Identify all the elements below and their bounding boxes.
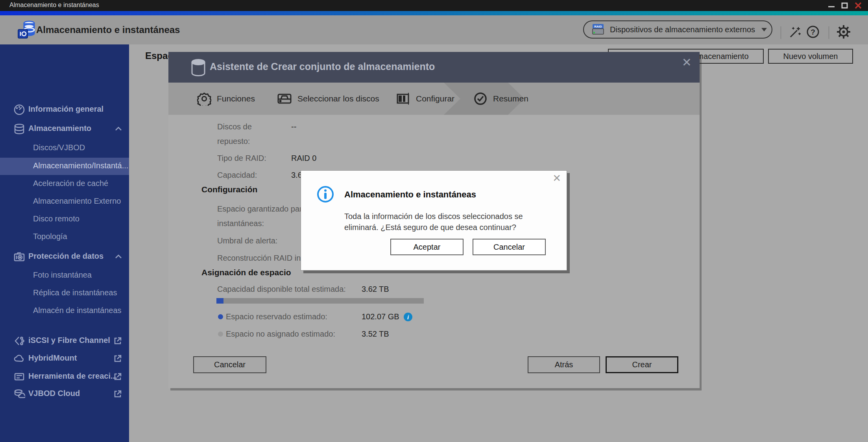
check-circle-icon	[473, 92, 488, 106]
brand-gradient-bar	[0, 11, 868, 15]
step-seleccionar-discos[interactable]: Seleccionar los discos	[277, 83, 379, 115]
wizard-close-icon[interactable]: ✕	[682, 57, 692, 68]
hybridmount-icon	[13, 353, 25, 365]
maximize-icon[interactable]	[838, 0, 851, 11]
confirm-close-icon[interactable]: ✕	[552, 173, 561, 183]
field-value: --	[291, 120, 296, 134]
wizard-cancel-button[interactable]: Cancelar	[193, 356, 266, 373]
sidebar-item-topologia[interactable]: Topología	[0, 228, 129, 247]
wizard-steps-bar: Funciones Seleccionar los discos	[168, 83, 700, 115]
disk-icon	[277, 92, 292, 105]
reserved-legend-dot	[218, 314, 223, 319]
confirm-message-line1: Toda la información de los discos selecc…	[344, 212, 523, 221]
sidebar-item-vjbod-cloud[interactable]: VJBOD Cloud	[0, 385, 129, 403]
chevron-up-icon[interactable]	[115, 254, 122, 259]
minimize-icon[interactable]	[825, 0, 838, 11]
step-funciones[interactable]: Funciones	[197, 83, 255, 115]
svg-text:RAID: RAID	[594, 25, 602, 28]
reserved-space-value: 102.07 GB	[362, 312, 399, 321]
device-selector-dropdown[interactable]: RAID Dispositivos de almacenamiento exte…	[583, 20, 772, 39]
wizard-create-button[interactable]: Crear	[606, 356, 678, 373]
settings-gear-icon[interactable]	[836, 24, 851, 40]
reserved-space-segment	[216, 298, 223, 304]
sidebar-item-iscsi-fibre-channel[interactable]: iSCSI y Fibre Channel	[0, 332, 129, 350]
chevron-down-icon	[761, 28, 767, 31]
confirm-message-line2: eliminará. ¿Está seguro de que desea con…	[344, 223, 516, 232]
app-header: Almacenamiento e instantáneas RAID Dispo…	[0, 15, 868, 44]
vjbod-cloud-icon	[13, 388, 25, 400]
new-volume-button[interactable]: Nuevo volumen	[768, 49, 853, 64]
sidebar-item-almacenamiento-instantaneas[interactable]: Almacenamiento/Instantá...	[0, 158, 129, 175]
storage-and-snapshots-window: Almacenamiento e instantáneas	[0, 0, 868, 442]
confirmation-dialog: ✕ Almacenamiento e instantáneas Toda la …	[301, 170, 567, 271]
confirm-cancel-button[interactable]: Cancelar	[473, 239, 546, 255]
sidebar-nav: Información general Almacenamiento Disco…	[0, 44, 129, 442]
total-capacity-label: Capacidad disponible total estimada:	[217, 285, 346, 294]
unassigned-legend-dot	[218, 332, 223, 337]
total-capacity-value: 3.62 TB	[362, 285, 389, 294]
svg-text:?: ?	[811, 28, 815, 36]
window-title: Almacenamiento e instantáneas	[9, 2, 99, 9]
wizard-header: Asistente de Crear conjunto de almacenam…	[168, 52, 700, 83]
field-value: RAID 0	[291, 151, 316, 166]
help-icon[interactable]: ?	[805, 24, 821, 40]
os-titlebar: Almacenamiento e instantáneas	[0, 0, 868, 11]
sidebar-item-discos-vjbod[interactable]: Discos/VJBOD	[0, 139, 129, 158]
sidebar-item-proteccion-datos[interactable]: Protección de datos	[0, 247, 129, 266]
capacity-progress-bar	[216, 298, 424, 304]
unassigned-space-label: Espacio no asignado estimado:	[226, 330, 335, 339]
sidebar-item-disco-remoto[interactable]: Disco remoto	[0, 210, 129, 229]
sidebar-item-almacenamiento-externo[interactable]: Almacenamiento Externo	[0, 192, 129, 211]
sidebar-item-almacenamiento[interactable]: Almacenamiento	[0, 120, 129, 138]
raid-device-icon: RAID	[591, 24, 605, 35]
info-circle-icon	[317, 186, 334, 203]
step-configurar[interactable]: Configurar	[396, 83, 454, 115]
storage-icon	[13, 123, 25, 135]
sidebar-item-informacion-general[interactable]: Información general	[0, 100, 129, 119]
confirm-title: Almacenamiento e instantáneas	[344, 190, 476, 200]
header-divider	[781, 26, 781, 39]
sidebar-item-foto-instantanea[interactable]: Foto instantánea	[0, 266, 129, 285]
header-divider	[829, 26, 829, 39]
storage-pool-icon	[190, 59, 207, 77]
wizard-wand-icon[interactable]	[787, 24, 803, 40]
app-title: Almacenamiento e instantáneas	[36, 24, 180, 35]
wizard-title: Asistente de Crear conjunto de almacenam…	[210, 61, 435, 72]
iscsi-icon	[13, 335, 25, 347]
camera-icon	[13, 251, 25, 263]
confirm-accept-button[interactable]: Aceptar	[390, 239, 464, 255]
gauge-icon	[13, 104, 25, 116]
device-selector-label: Dispositivos de almacenamiento externos	[610, 25, 755, 34]
step-resumen[interactable]: Resumen	[473, 83, 528, 115]
reserved-space-label: Espacio reservado estimado:	[226, 312, 327, 321]
external-link-icon	[113, 390, 122, 398]
external-link-icon	[113, 372, 122, 381]
close-window-icon[interactable]	[851, 0, 865, 11]
sidebar-item-aceleracion-cache[interactable]: Aceleración de caché	[0, 175, 129, 193]
section-configuracion: Configuración	[201, 185, 257, 194]
sidebar-item-herramienta-creacion[interactable]: Herramienta de creaci...	[0, 367, 129, 386]
external-link-icon	[113, 337, 122, 345]
functions-gear-icon	[197, 92, 211, 106]
section-asignacion-espacio: Asignación de espacio	[201, 268, 291, 277]
unassigned-space-value: 3.52 TB	[362, 330, 389, 339]
partition-icon	[396, 92, 410, 105]
storage-snapshots-app-icon	[17, 20, 37, 40]
sidebar-item-hybridmount[interactable]: HybridMount	[0, 349, 129, 368]
info-icon[interactable]: i	[404, 313, 412, 321]
sidebar-item-replica-instantaneas[interactable]: Réplica de instantáneas	[0, 284, 129, 303]
chevron-up-icon[interactable]	[115, 126, 122, 131]
sidebar-item-almacen-instantaneas[interactable]: Almacén de instantáneas	[0, 302, 129, 320]
ssd-tool-icon	[13, 371, 25, 383]
wizard-back-button[interactable]: Atrás	[528, 356, 600, 373]
external-link-icon	[113, 354, 122, 363]
